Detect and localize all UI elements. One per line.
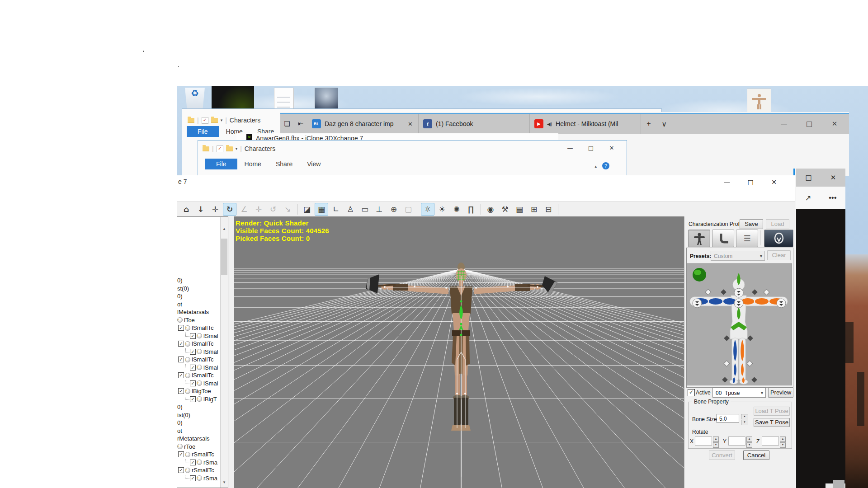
grid-toggle-icon[interactable]: ▦	[315, 203, 328, 216]
move-tool-icon[interactable]: ✛	[252, 203, 265, 216]
help-icon[interactable]: ?	[602, 162, 609, 169]
camera-frame-icon[interactable]: ▢	[401, 203, 415, 216]
tree-node[interactable]: ✓ lToe	[177, 316, 220, 324]
tab-daz-gen-8[interactable]: RL Daz gen 8 character imp ✕	[307, 114, 419, 134]
tree-node[interactable]: ✓ 0)	[177, 419, 220, 427]
image-stack-icon[interactable]: ⊞	[527, 203, 541, 216]
ribbon-tab[interactable]: File	[205, 159, 237, 169]
tree-node[interactable]: ✓ ot	[177, 427, 220, 435]
rotate-tool-icon[interactable]: ↺	[266, 203, 280, 216]
character-thumbnail-icon[interactable]	[747, 89, 771, 115]
zoom-fit-icon[interactable]: ↓	[194, 203, 208, 216]
presets-dropdown[interactable]: Custom	[711, 251, 765, 261]
tree-node[interactable]: ✓ rSmallTc	[177, 450, 220, 459]
tree-node[interactable]: ✓ lSmal	[177, 332, 220, 340]
customize-toolbar-icon[interactable]: ▾	[236, 146, 238, 151]
rotate-z-field[interactable]	[762, 436, 779, 446]
preview-light-icon[interactable]: ☼	[421, 203, 434, 216]
tree-node[interactable]: ✓ lSmallTc	[177, 324, 220, 332]
minimize-button[interactable]: —	[560, 141, 580, 154]
tree-node-checkbox[interactable]: ✓	[190, 380, 196, 386]
ribbon-tab[interactable]: Share	[269, 159, 300, 169]
maximize-button[interactable]: □	[741, 175, 760, 189]
convert-button[interactable]: Convert	[709, 450, 735, 460]
tpose-map-tab[interactable]	[688, 230, 710, 247]
list-all-tabs-icon[interactable]: ∨	[656, 114, 672, 134]
tree-node[interactable]: ✓ rSmallTc	[177, 466, 220, 474]
clear-button[interactable]: Clear	[767, 250, 791, 260]
image-info-icon[interactable]: ▤	[513, 203, 526, 216]
tree-node[interactable]: ✓ rSma	[177, 474, 220, 483]
wrench-icon[interactable]: ⚒	[498, 203, 512, 216]
ribbon-tab[interactable]: View	[300, 159, 328, 169]
background-window-titlebar[interactable]: ✕ AnwarGen8.fbx - iClone 3DXchange 7	[236, 133, 558, 141]
bone-list-tab[interactable]: ☰	[736, 230, 758, 247]
tree-node-checkbox[interactable]: ✓	[178, 357, 184, 362]
scroll-down-icon[interactable]: ▼	[221, 479, 228, 487]
tree-node-checkbox[interactable]: ✓	[190, 460, 196, 465]
pan-icon[interactable]: ✛	[208, 203, 222, 216]
tab-audio-icon[interactable]: ◀)	[547, 122, 552, 127]
tree-node[interactable]: ✓ lSmal	[177, 364, 220, 372]
globe-icon[interactable]: ⊕	[387, 203, 401, 216]
stage-icon[interactable]: ∏	[464, 203, 478, 216]
tab-helmet-milktoast[interactable]: ▶ ◀) Helmet - Milktoast (Mil	[530, 114, 641, 134]
foot-setup-tab[interactable]	[712, 230, 734, 247]
rotate-x-field[interactable]	[695, 436, 712, 446]
tree-node[interactable]: ✓ rSma	[177, 459, 220, 467]
bone-size-field[interactable]: 5.0	[717, 414, 739, 423]
tree-node[interactable]: ✓ rToe	[177, 443, 220, 451]
pivot-icon[interactable]: ⊥	[373, 203, 386, 216]
tree-node[interactable]: ✓ 0)	[177, 403, 220, 411]
scroll-up-icon[interactable]: ▲	[221, 225, 228, 233]
orbit-icon[interactable]: ↻	[223, 203, 236, 216]
maximize-button[interactable]: □	[797, 114, 822, 134]
background-toggle-icon[interactable]: ◪	[300, 203, 314, 216]
save-tpose-button[interactable]: Save T Pose	[754, 418, 790, 427]
tree-node[interactable]: ✓ 0)	[177, 277, 220, 285]
maximize-button[interactable]: □	[806, 174, 812, 182]
quick-access-toolbar[interactable]: | ✓ ▾ | Characters	[203, 145, 275, 152]
home-icon[interactable]: ⌂	[179, 203, 193, 216]
preview-button[interactable]: Preview	[768, 388, 793, 398]
tree-node[interactable]: ✓ lSmallTc	[177, 356, 220, 364]
close-button[interactable]: ✕	[601, 141, 622, 154]
collapse-ribbon-icon[interactable]: ▴	[594, 164, 597, 169]
tree-node-checkbox[interactable]: ✓	[178, 341, 184, 347]
rotate-z-stepper[interactable]: ▲▼	[780, 436, 786, 448]
tree-node[interactable]: ✓ rMetatarsals	[177, 435, 220, 443]
cancel-button[interactable]: Cancel	[743, 450, 769, 460]
new-tab-button[interactable]: +	[641, 114, 656, 134]
material-sphere-icon[interactable]: ◉	[484, 203, 497, 216]
pick-angle-icon[interactable]: ∠	[237, 203, 251, 216]
cart-icon[interactable]: ⊟	[542, 203, 555, 216]
close-button[interactable]: ✕	[764, 175, 784, 189]
tree-node-checkbox[interactable]: ✓	[178, 325, 184, 331]
minimize-button[interactable]: —	[717, 175, 737, 189]
quick-access-toolbar[interactable]: | ✓ ▾ | Characters	[188, 117, 260, 124]
toolbar-separator[interactable]	[418, 204, 418, 215]
minimize-button[interactable]: —	[771, 114, 797, 134]
customize-toolbar-icon[interactable]: ▾	[221, 118, 223, 122]
tree-node[interactable]: ✓ lSmallTc	[177, 371, 220, 380]
rotate-x-stepper[interactable]: ▲▼	[713, 436, 719, 448]
viewport-3d[interactable]: Render: Quick ShaderVisible Faces Count:…	[234, 216, 684, 488]
pose-dropdown[interactable]: 00_Tpose	[712, 388, 766, 398]
bone-size-stepper[interactable]: ▲▼	[741, 414, 748, 425]
maximize-button[interactable]: □	[580, 141, 601, 154]
ground-plane-icon[interactable]: ▭	[358, 203, 372, 216]
tree-node[interactable]: ✓ lSmal	[177, 380, 220, 388]
toolbar-separator[interactable]	[297, 204, 297, 215]
close-button[interactable]: ✕	[830, 174, 836, 182]
toolbar-separator[interactable]	[481, 204, 481, 215]
active-checkbox[interactable]: ✓	[688, 389, 695, 396]
rotate-y-field[interactable]	[728, 436, 745, 446]
tree-node[interactable]: ✓ ot	[177, 300, 220, 309]
tree-node-checkbox[interactable]: ✓	[178, 372, 184, 378]
tree-node-checkbox[interactable]: ✓	[190, 365, 196, 371]
load-tpose-button[interactable]: Load T Pose	[754, 407, 790, 416]
tree-node[interactable]: ✓ lBigToe	[177, 387, 220, 395]
tree-node-checkbox[interactable]: ✓	[178, 388, 184, 394]
show-figure-icon[interactable]: ♙	[344, 203, 357, 216]
tree-node[interactable]: ✓ lSmal	[177, 348, 220, 356]
